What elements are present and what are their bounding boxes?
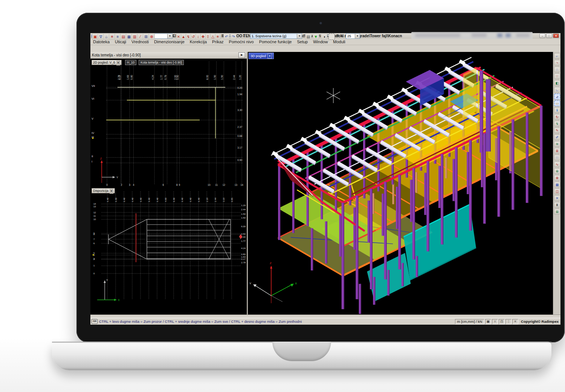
- close-button[interactable]: ✕: [553, 33, 559, 38]
- view-iso-icon[interactable]: ∵: [554, 73, 560, 79]
- bolt-icon[interactable]: ↯: [186, 33, 191, 40]
- history-count: 1: [243, 34, 244, 38]
- view-top-icon[interactable]: ⌐: [554, 53, 560, 59]
- tab-h10[interactable]: H_10: [125, 60, 136, 65]
- chevron-down-icon[interactable]: ▼: [267, 53, 272, 59]
- menu-item-pomo-ne-funkcije[interactable]: Pomoćne funkcije: [257, 40, 295, 44]
- menu-item-setup[interactable]: Setup: [294, 40, 310, 44]
- dots-icon[interactable]: ∷: [554, 155, 560, 160]
- times-circle-icon[interactable]: ⊗: [554, 175, 560, 181]
- undo-icon[interactable]: ↶: [223, 33, 230, 40]
- refresh-icon[interactable]: ↻: [554, 114, 560, 120]
- status-icon-2[interactable]: ∏: [499, 319, 505, 324]
- 3d-view-tab[interactable]: 3D pogled▼: [249, 53, 274, 59]
- svg-text:1.50: 1.50: [241, 213, 246, 215]
- status-icon-4[interactable]: ≡: [512, 319, 518, 324]
- left-panel-title: Kota temelja - visi deo [-0.90]: [92, 53, 141, 57]
- svg-text:0.17: 0.17: [241, 258, 246, 260]
- empty-combo[interactable]: ▼: [154, 33, 173, 39]
- menu-item-window[interactable]: Window: [310, 40, 330, 44]
- angle-icon[interactable]: ∟: [554, 87, 560, 93]
- svg-text:1.77: 1.77: [241, 240, 246, 242]
- wave-icon[interactable]: ∿: [554, 161, 560, 167]
- menu-item-moduli[interactable]: Moduli: [330, 40, 348, 44]
- chevron-down-icon[interactable]: ▼: [167, 34, 172, 38]
- load-case-combo[interactable]: 1. Sopstvena tezina (g) ▼: [250, 33, 302, 39]
- svg-text:4: 4: [133, 184, 134, 186]
- redo-icon[interactable]: ↷: [230, 33, 237, 40]
- status-icon-0[interactable]: ▦: [485, 319, 491, 324]
- svg-text:1.50: 1.50: [221, 75, 223, 80]
- tree-icon[interactable]: ⊞: [554, 209, 560, 214]
- status-icon-3[interactable]: ⋮: [505, 319, 512, 324]
- join-icon[interactable]: ✚: [200, 33, 206, 40]
- elevation-view-canvas[interactable]: 2.780.171.630.804.241.770.792.000.506.00…: [90, 59, 247, 187]
- delete-icon[interactable]: ✕: [554, 195, 560, 201]
- svg-text:2: 2: [121, 184, 122, 186]
- stretch-icon[interactable]: ↕: [195, 33, 201, 40]
- svg-text:Z: Z: [100, 157, 102, 160]
- menu-item-prikaz[interactable]: Prikaz: [209, 40, 226, 44]
- chevron-down-icon[interactable]: ▼: [355, 34, 360, 38]
- raise-icon[interactable]: ⇧: [205, 33, 211, 40]
- minimize-button[interactable]: –: [539, 33, 545, 38]
- import-icon[interactable]: ▼: [313, 33, 319, 40]
- svg-text:6: 6: [162, 184, 164, 186]
- view-selector-button[interactable]: 2D pogled: V_6▼: [92, 60, 122, 65]
- svg-text:II: II: [92, 155, 93, 158]
- play-button[interactable]: ▶: [238, 52, 245, 58]
- tower-icon[interactable]: ♜: [554, 202, 560, 208]
- menu-item-uticaji[interactable]: Uticaji: [112, 40, 129, 44]
- svg-text:3.30: 3.30: [237, 109, 242, 111]
- svg-text:Y: Y: [249, 282, 252, 285]
- beam-icon[interactable]: ▭: [554, 100, 560, 106]
- pen-icon[interactable]: ✐: [554, 134, 560, 140]
- status-icon-1[interactable]: I: [492, 319, 498, 324]
- slope-icon[interactable]: ⊿: [554, 94, 560, 99]
- pencil-icon[interactable]: ✎: [554, 128, 560, 133]
- waves-icon[interactable]: ≋: [554, 141, 560, 147]
- svg-text:1.63: 1.63: [127, 75, 129, 80]
- scale-combo[interactable]: 25 ▼: [346, 33, 360, 39]
- units-indicator[interactable]: m [cm,mm] / kN: [455, 319, 485, 324]
- svg-text:6.40: 6.40: [156, 198, 159, 202]
- chevron-down-icon[interactable]: ▼: [297, 34, 302, 38]
- cancel-icon[interactable]: ⊗: [148, 33, 155, 40]
- maximize-button[interactable]: □: [546, 33, 552, 38]
- copyright-label: Copyright© Radimpex: [519, 319, 560, 324]
- columns-icon[interactable]: ◫: [554, 188, 560, 194]
- info-icon[interactable]: ℹ: [554, 107, 560, 113]
- selection-box-icon[interactable]: [328, 33, 335, 40]
- tab-kota-temelja[interactable]: Kota temelja - visi deo [-0.90]: [139, 60, 184, 65]
- break-icon[interactable]: ✕: [176, 33, 181, 40]
- plan-view-canvas[interactable]: 6.406.406.406.406.406.406.404.606.406.40…: [90, 187, 247, 315]
- burst-icon[interactable]: ✳: [215, 33, 220, 40]
- svg-text:6.00: 6.00: [206, 75, 209, 80]
- menu-item-korekcija[interactable]: Korekcija: [187, 40, 209, 44]
- menu-item-vrednosti[interactable]: Vrednosti: [129, 40, 151, 44]
- view-side-icon[interactable]: ∴: [554, 67, 560, 72]
- contrast-icon[interactable]: ◑: [321, 33, 327, 40]
- 3d-model-canvas[interactable]: ZXY: [248, 52, 553, 315]
- plus-circle-icon[interactable]: ⊕: [554, 168, 560, 174]
- view-front-icon[interactable]: ¬: [554, 60, 560, 65]
- dispozicija-selector[interactable]: Dispozicija▼: [92, 188, 115, 193]
- svg-text:0.20: 0.20: [237, 87, 242, 89]
- svg-text:3.10: 3.10: [223, 198, 225, 202]
- menu-item-datoteka[interactable]: Datoteka: [90, 40, 112, 44]
- main-toolbar: ▼ 1 1. Sopstvena tezina (g) ▼ ▤ ▼ ◑ R=1:…: [90, 45, 560, 53]
- grid-icon[interactable]: ▦: [554, 182, 560, 187]
- menu-item-dimenzionisanje[interactable]: Dimenzionisanje: [151, 40, 187, 44]
- menu-item-pomo-ni-nivo[interactable]: Pomoćni nivo: [226, 40, 257, 44]
- 3d-viewport[interactable]: ZXY 3D pogled▼: [248, 52, 553, 315]
- background-window-blur: [411, 32, 533, 39]
- lines-icon[interactable]: ≣: [554, 148, 560, 153]
- roof-icon[interactable]: △: [210, 33, 215, 40]
- half-view-icon[interactable]: ◧: [554, 80, 560, 86]
- print-icon[interactable]: ▤: [305, 33, 312, 40]
- mouse-hint-icon: ⌨: [92, 319, 98, 324]
- bolt-icon[interactable]: ↯: [554, 121, 560, 126]
- svg-text:2.10: 2.10: [206, 198, 208, 202]
- rotate-icon[interactable]: ↺: [191, 33, 196, 40]
- peak-icon[interactable]: ▲: [181, 33, 186, 40]
